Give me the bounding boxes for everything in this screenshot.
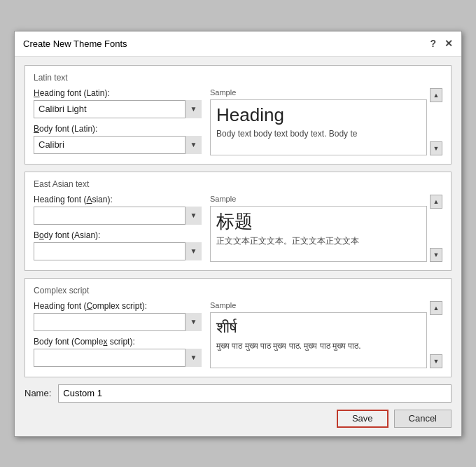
title-bar: Create New Theme Fonts ? ✕ — [15, 32, 461, 57]
latin-scrollbar: ▲ ▼ — [430, 88, 442, 155]
east-asian-scroll-down[interactable]: ▼ — [430, 248, 442, 262]
east-asian-sample-area: Sample 标题 正文文本正文文本。正文文本正文文本 — [210, 195, 427, 262]
east-asian-left-col: Heading font (Asian): ▼ Body font (Asian… — [34, 195, 202, 262]
east-asian-heading-select[interactable] — [34, 207, 202, 225]
latin-sample-heading: Heading — [216, 104, 421, 126]
east-asian-body-label: Body font (Asian): — [34, 230, 202, 240]
latin-section-content: Heading font (Latin): Calibri Light ▼ Bo… — [34, 88, 442, 155]
latin-sample-label: Sample — [210, 88, 427, 97]
latin-section-title: Latin text — [34, 73, 442, 83]
complex-sample-body: मुख्य पाठ मुख्य पाठ मुख्य पाठ. मुख्य पाठ… — [216, 341, 421, 351]
east-asian-sample-box: 标题 正文文本正文文本。正文文本正文文本 — [210, 206, 427, 262]
complex-scroll-down[interactable]: ▼ — [430, 354, 442, 368]
title-bar-left: Create New Theme Fonts — [23, 39, 127, 49]
complex-body-select[interactable] — [34, 349, 202, 367]
complex-body-underline: x — [103, 337, 107, 347]
latin-heading-underline: H — [34, 88, 40, 98]
east-asian-sample-label: Sample — [210, 195, 427, 203]
button-row: Save Cancel — [24, 410, 451, 429]
east-asian-sample-heading: 标题 — [216, 211, 421, 232]
latin-heading-select[interactable]: Calibri Light — [34, 100, 202, 118]
complex-body-label: Body font (Complex script): — [34, 337, 202, 347]
latin-body-label: Body font (Latin): — [34, 124, 202, 134]
east-asian-right-col: Sample 标题 正文文本正文文本。正文文本正文文本 ▲ ▼ — [210, 195, 442, 262]
latin-sample-area: Sample Heading Body text body text body … — [210, 88, 427, 155]
latin-scroll-up[interactable]: ▲ — [430, 88, 442, 102]
east-asian-body-underline: o — [39, 230, 44, 240]
complex-right-col: Sample शीर्ष मुख्य पाठ मुख्य पाठ मुख्य प… — [210, 301, 442, 368]
complex-sample-box: शीर्ष मुख्य पाठ मुख्य पाठ मुख्य पाठ. मुख… — [210, 312, 427, 368]
complex-heading-label: Heading font (Complex script): — [34, 301, 202, 311]
complex-heading-select[interactable] — [34, 313, 202, 331]
complex-scrollbar: ▲ ▼ — [430, 301, 442, 368]
complex-sample-label: Sample — [210, 301, 427, 309]
complex-section-content: Heading font (Complex script): ▼ Body fo… — [34, 301, 442, 368]
dialog-title: Create New Theme Fonts — [23, 39, 127, 49]
name-label: Name: — [24, 388, 51, 398]
latin-scroll-down[interactable]: ▼ — [430, 141, 442, 155]
latin-right-col: Sample Heading Body text body text body … — [210, 88, 442, 155]
close-icon[interactable]: ✕ — [444, 38, 453, 49]
cancel-button[interactable]: Cancel — [394, 410, 451, 428]
save-button[interactable]: Save — [337, 410, 388, 428]
complex-section-title: Complex script — [34, 286, 442, 295]
title-bar-controls: ? ✕ — [430, 38, 453, 49]
east-asian-heading-underline: A — [86, 195, 92, 204]
latin-body-select[interactable]: Calibri — [34, 136, 202, 154]
dialog: Create New Theme Fonts ? ✕ Latin text He… — [14, 31, 462, 437]
complex-left-col: Heading font (Complex script): ▼ Body fo… — [34, 301, 202, 368]
complex-sample-area: Sample शीर्ष मुख्य पाठ मुख्य पाठ मुख्य प… — [210, 301, 427, 368]
dialog-body: Latin text Heading font (Latin): Calibri… — [15, 57, 461, 436]
complex-heading-select-wrapper: ▼ — [34, 313, 202, 331]
east-asian-heading-label: Heading font (Asian): — [34, 195, 202, 204]
east-asian-section: East Asian text Heading font (Asian): ▼ … — [24, 172, 451, 271]
latin-heading-select-wrapper: Calibri Light ▼ — [34, 100, 202, 118]
east-asian-section-title: East Asian text — [34, 179, 442, 189]
east-asian-body-select[interactable] — [34, 242, 202, 260]
name-row: Name: — [24, 384, 451, 403]
complex-scroll-up[interactable]: ▲ — [430, 301, 442, 315]
complex-section: Complex script Heading font (Complex scr… — [24, 278, 451, 377]
help-icon[interactable]: ? — [430, 38, 436, 49]
complex-sample-heading: शीर्ष — [216, 317, 421, 339]
complex-body-select-wrapper: ▼ — [34, 349, 202, 367]
latin-heading-label: Heading font (Latin): — [34, 88, 202, 98]
east-asian-body-select-wrapper: ▼ — [34, 242, 202, 260]
complex-heading-underline: C — [86, 301, 92, 311]
latin-body-underline: B — [34, 124, 39, 134]
east-asian-heading-select-wrapper: ▼ — [34, 207, 202, 225]
east-asian-section-content: Heading font (Asian): ▼ Body font (Asian… — [34, 195, 442, 262]
latin-left-col: Heading font (Latin): Calibri Light ▼ Bo… — [34, 88, 202, 155]
east-asian-scroll-up[interactable]: ▲ — [430, 195, 442, 209]
east-asian-scrollbar: ▲ ▼ — [430, 195, 442, 262]
latin-section: Latin text Heading font (Latin): Calibri… — [24, 65, 451, 165]
latin-sample-body: Body text body text body text. Body te — [216, 129, 421, 139]
latin-body-select-wrapper: Calibri ▼ — [34, 136, 202, 154]
east-asian-sample-body: 正文文本正文文本。正文文本正文文本 — [216, 235, 421, 247]
name-input[interactable] — [58, 384, 451, 403]
latin-sample-box: Heading Body text body text body text. B… — [210, 99, 427, 155]
